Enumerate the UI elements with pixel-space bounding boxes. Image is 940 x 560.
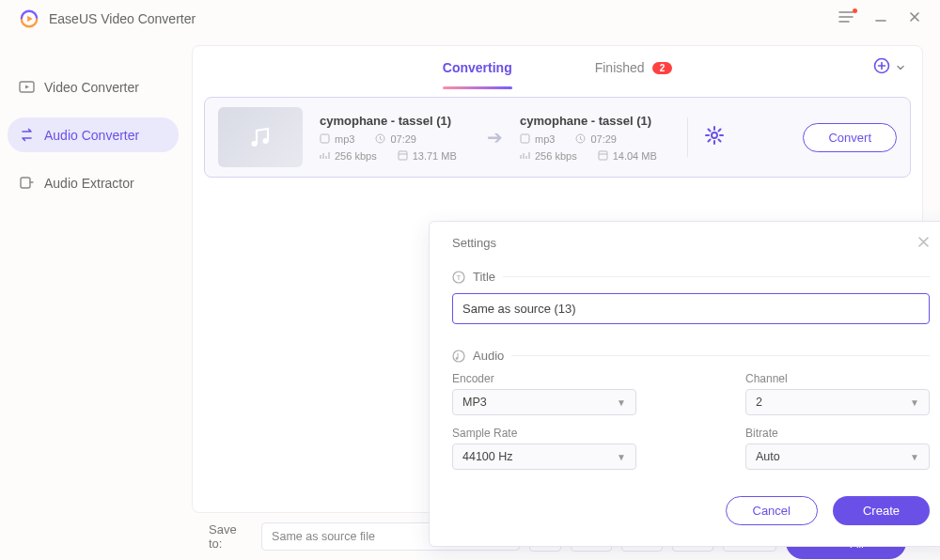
- samplerate-select[interactable]: 44100 Hz▼: [452, 443, 636, 470]
- close-button[interactable]: [908, 10, 921, 27]
- svg-rect-14: [599, 151, 607, 160]
- sidebar-item-audio-converter[interactable]: Audio Converter: [8, 117, 179, 152]
- clock-icon: [575, 133, 586, 144]
- channel-select[interactable]: 2▼: [745, 389, 930, 415]
- clock-icon: [375, 133, 385, 144]
- video-icon: [19, 79, 35, 95]
- sidebar-item-label: Audio Converter: [44, 128, 139, 143]
- sidebar: Video Converter Audio Converter Audio Ex…: [0, 38, 186, 560]
- arrow-right-icon: ➔: [487, 126, 503, 148]
- bitrate-icon: [320, 150, 330, 161]
- dst-file-name: cymophane - tassel (1): [520, 114, 670, 128]
- sidebar-item-label: Audio Extractor: [44, 176, 134, 191]
- svg-rect-9: [321, 134, 329, 143]
- bitrate-select[interactable]: Auto▼: [745, 443, 930, 470]
- encoder-label: Encoder: [452, 372, 636, 385]
- add-dropdown[interactable]: [896, 59, 905, 76]
- file-row: cymophane - tassel (1) mp3 07:29 256 kbp…: [204, 97, 911, 178]
- section-audio-label: Audio: [473, 349, 504, 363]
- music-note-icon: [246, 123, 274, 151]
- title-input[interactable]: [452, 293, 930, 324]
- svg-marker-4: [25, 86, 29, 89]
- sidebar-item-label: Video Converter: [44, 80, 139, 95]
- svg-point-8: [263, 138, 269, 144]
- modal-close-button[interactable]: [917, 235, 930, 251]
- svg-point-15: [712, 132, 717, 138]
- modal-title: Settings: [452, 236, 496, 250]
- title-section-icon: T: [452, 271, 465, 284]
- titlebar: EaseUS Video Converter: [0, 0, 940, 38]
- svg-marker-2: [27, 16, 33, 22]
- save-to-label: Save to:: [209, 522, 252, 551]
- app-title: EaseUS Video Converter: [49, 11, 196, 26]
- format-icon: [520, 133, 530, 144]
- convert-button[interactable]: Convert: [803, 123, 897, 152]
- close-icon: [917, 236, 930, 248]
- minimize-button[interactable]: [874, 10, 887, 27]
- svg-point-19: [456, 357, 459, 360]
- settings-gear-button[interactable]: [705, 126, 724, 148]
- src-file-name: cymophane - tassel (1): [320, 114, 470, 128]
- disk-icon: [398, 150, 408, 161]
- separator: [687, 117, 688, 157]
- samplerate-label: Sample Rate: [452, 427, 636, 440]
- svg-point-18: [453, 350, 464, 362]
- bitrate-label: Bitrate: [745, 427, 930, 440]
- tab-finished[interactable]: Finished 2: [595, 46, 672, 89]
- section-title-label: Title: [473, 270, 495, 284]
- finished-badge: 2: [652, 62, 673, 74]
- settings-modal: Settings T Title Audio: [429, 221, 940, 547]
- app-logo-icon: [19, 8, 39, 29]
- svg-rect-11: [399, 151, 407, 160]
- cancel-button[interactable]: Cancel: [726, 496, 818, 525]
- add-button[interactable]: [873, 57, 890, 78]
- chevron-down-icon: ▼: [617, 452, 626, 462]
- extract-icon: [19, 175, 35, 191]
- channel-label: Channel: [745, 372, 930, 385]
- tab-converting[interactable]: Converting: [443, 46, 512, 89]
- swap-icon: [19, 127, 35, 143]
- svg-rect-12: [521, 134, 529, 143]
- tabs-row: Converting Finished 2: [193, 46, 922, 89]
- encoder-select[interactable]: MP3▼: [452, 389, 636, 415]
- menu-button[interactable]: [838, 10, 854, 27]
- disk-icon: [598, 150, 608, 161]
- chevron-down-icon: ▼: [910, 397, 919, 408]
- chevron-down-icon: ▼: [617, 397, 626, 408]
- create-button[interactable]: Create: [833, 496, 930, 525]
- svg-text:T: T: [457, 273, 462, 282]
- chevron-down-icon: [896, 63, 905, 72]
- svg-point-7: [252, 141, 258, 147]
- format-icon: [320, 133, 330, 144]
- svg-rect-5: [21, 178, 30, 188]
- sidebar-item-video-converter[interactable]: Video Converter: [8, 70, 179, 104]
- notification-dot-icon: [853, 8, 857, 13]
- sidebar-item-audio-extractor[interactable]: Audio Extractor: [8, 165, 179, 200]
- audio-section-icon: [452, 350, 465, 363]
- file-thumbnail: [218, 107, 303, 167]
- bitrate-icon: [520, 150, 530, 161]
- chevron-down-icon: ▼: [910, 452, 919, 462]
- gear-icon: [705, 126, 724, 145]
